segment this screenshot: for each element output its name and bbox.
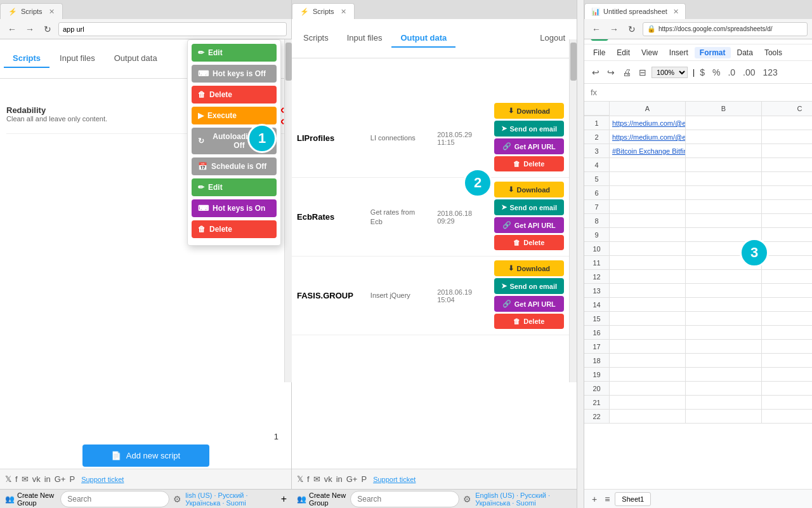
create-group-btn-left[interactable]: 👥 Create New Group bbox=[5, 491, 56, 507]
sheets-back-btn[interactable]: ← bbox=[589, 22, 603, 36]
tab1-close-icon[interactable]: ✕ bbox=[49, 8, 55, 16]
cell-b3[interactable] bbox=[686, 144, 762, 158]
vk-icon-r[interactable]: vk bbox=[324, 474, 332, 484]
twitter-icon[interactable]: 𝕏 bbox=[5, 474, 11, 484]
pinterest-icon[interactable]: P bbox=[69, 474, 75, 484]
tab-input-files-right[interactable]: Input files bbox=[338, 29, 391, 48]
cell-b18[interactable] bbox=[686, 354, 762, 368]
cell-a11[interactable] bbox=[610, 256, 686, 270]
cell-c16[interactable] bbox=[762, 326, 812, 340]
cell-a1[interactable]: https://medium.com/@escrowblock/referral… bbox=[610, 116, 686, 130]
cell-a13[interactable] bbox=[610, 284, 686, 298]
cell-c4[interactable] bbox=[762, 158, 812, 172]
cell-c5[interactable] bbox=[762, 172, 812, 186]
col-header-b[interactable]: B bbox=[686, 102, 762, 116]
cell-c10[interactable] bbox=[762, 242, 812, 256]
sheets-close-icon[interactable]: ✕ bbox=[673, 8, 679, 16]
cell-a8[interactable] bbox=[610, 214, 686, 228]
cell-c14[interactable] bbox=[762, 298, 812, 312]
execute-button[interactable]: ▶ Execute bbox=[192, 107, 277, 124]
delete-button-ecb[interactable]: 🗑 Delete bbox=[494, 235, 564, 250]
menu-view[interactable]: View bbox=[636, 47, 663, 58]
send-email-button-fasis[interactable]: ➤ Send on email bbox=[494, 278, 564, 294]
cell-b13[interactable] bbox=[686, 284, 762, 298]
api-url-button-li[interactable]: 🔗 Get API URL bbox=[494, 138, 564, 154]
cell-a19[interactable] bbox=[610, 368, 686, 382]
cell-a14[interactable] bbox=[610, 298, 686, 312]
print-icon[interactable]: 🖨 bbox=[620, 66, 634, 79]
cell-c1[interactable] bbox=[762, 116, 812, 130]
cell-b7[interactable] bbox=[686, 200, 762, 214]
cell-b5[interactable] bbox=[686, 172, 762, 186]
cell-a6[interactable] bbox=[610, 186, 686, 200]
pinterest-icon-r[interactable]: P bbox=[361, 474, 367, 484]
cell-a21[interactable] bbox=[610, 396, 686, 410]
menu-insert[interactable]: Insert bbox=[664, 47, 693, 58]
tab-scripts-right[interactable]: Scripts bbox=[294, 29, 337, 48]
percent-icon[interactable]: % bbox=[710, 66, 723, 79]
cell-b15[interactable] bbox=[686, 312, 762, 326]
undo-icon[interactable]: ↩ bbox=[589, 66, 602, 79]
back-button[interactable]: ← bbox=[5, 22, 19, 36]
facebook-icon[interactable]: f bbox=[15, 474, 18, 484]
edit-button-1[interactable]: ✏ Edit bbox=[192, 44, 277, 62]
cell-a10[interactable] bbox=[610, 242, 686, 256]
cell-b19[interactable] bbox=[686, 368, 762, 382]
decimal-2-icon[interactable]: .00 bbox=[740, 66, 757, 79]
sheets-reload-btn[interactable]: ↻ bbox=[625, 22, 639, 36]
search-input-left[interactable] bbox=[60, 491, 169, 507]
tab-output-data-right[interactable]: Output data bbox=[391, 29, 455, 48]
cell-c11[interactable] bbox=[762, 256, 812, 270]
right-close-icon[interactable]: ✕ bbox=[341, 8, 346, 16]
address-bar[interactable] bbox=[58, 22, 287, 36]
col-header-a[interactable]: A bbox=[610, 102, 686, 116]
facebook-icon-r[interactable]: f bbox=[307, 474, 310, 484]
sheets-address-bar[interactable]: 🔒 https://docs.google.com/spreadsheets/d… bbox=[643, 22, 808, 36]
delete-button-fasis[interactable]: 🗑 Delete bbox=[494, 314, 564, 329]
cell-b2[interactable] bbox=[686, 130, 762, 144]
sheets-browser-tab[interactable]: 📊 Untitled spreadsheet ✕ bbox=[584, 3, 686, 19]
cell-b12[interactable] bbox=[686, 270, 762, 284]
add-new-script-button[interactable]: 📄 Add new script bbox=[82, 444, 209, 467]
email-icon[interactable]: ✉ bbox=[22, 474, 29, 484]
reload-button[interactable]: ↻ bbox=[41, 22, 55, 36]
sheets-forward-btn[interactable]: → bbox=[607, 22, 621, 36]
add-sheet-icon[interactable]: + bbox=[589, 493, 599, 505]
redo-icon[interactable]: ↪ bbox=[605, 66, 617, 79]
right-browser-tab[interactable]: ⚡ Scripts ✕ bbox=[292, 3, 355, 19]
cell-c22[interactable] bbox=[762, 410, 812, 424]
cell-b8[interactable] bbox=[686, 214, 762, 228]
cell-b14[interactable] bbox=[686, 298, 762, 312]
delete-button-2[interactable]: 🗑 Delete bbox=[192, 220, 277, 238]
cell-b17[interactable] bbox=[686, 340, 762, 354]
sheets-list-icon[interactable]: ≡ bbox=[602, 493, 612, 505]
delete-button-1[interactable]: 🗑 Delete bbox=[192, 86, 277, 104]
decimal-icon[interactable]: .0 bbox=[725, 66, 738, 79]
cell-a15[interactable] bbox=[610, 312, 686, 326]
tab-logout-right[interactable]: Logout bbox=[531, 29, 574, 48]
cell-c8[interactable] bbox=[762, 214, 812, 228]
schedule-button[interactable]: 📅 Schedule is Off bbox=[192, 157, 277, 175]
col-header-c[interactable]: C bbox=[762, 102, 812, 116]
vk-icon[interactable]: vk bbox=[32, 474, 41, 484]
left-scrollbar[interactable] bbox=[284, 39, 292, 382]
cell-a20[interactable] bbox=[610, 382, 686, 396]
cell-c3[interactable] bbox=[762, 144, 812, 158]
cell-b6[interactable] bbox=[686, 186, 762, 200]
create-group-btn-right[interactable]: 👥 Create New Group bbox=[297, 491, 346, 507]
linkedin-icon[interactable]: in bbox=[44, 474, 51, 484]
menu-file[interactable]: File bbox=[588, 47, 610, 58]
api-url-button-ecb[interactable]: 🔗 Get API URL bbox=[494, 217, 564, 233]
edit-button-2[interactable]: ✏ Edit bbox=[192, 178, 277, 196]
cell-c7[interactable] bbox=[762, 200, 812, 214]
cell-b4[interactable] bbox=[686, 158, 762, 172]
cell-a7[interactable] bbox=[610, 200, 686, 214]
cell-c12[interactable] bbox=[762, 270, 812, 284]
number-icon[interactable]: 123 bbox=[761, 66, 780, 79]
cell-c17[interactable] bbox=[762, 340, 812, 354]
support-ticket-link-right[interactable]: Support ticket bbox=[373, 476, 416, 483]
delete-button-li[interactable]: 🗑 Delete bbox=[494, 156, 564, 171]
download-button-fasis[interactable]: ⬇ Download bbox=[494, 260, 564, 276]
menu-data[interactable]: Data bbox=[732, 47, 758, 58]
send-email-button-ecb[interactable]: ➤ Send on email bbox=[494, 199, 564, 215]
